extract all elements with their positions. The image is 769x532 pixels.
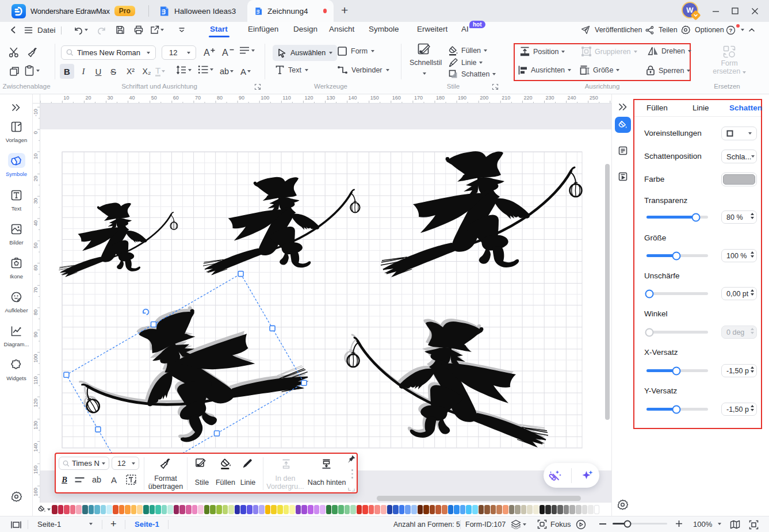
float-to-front-button[interactable] [279, 457, 293, 470]
color-swatch[interactable] [350, 505, 356, 514]
slider-4[interactable] [646, 369, 708, 372]
share-button[interactable]: Teilen [645, 24, 679, 36]
new-tab-button[interactable]: + [341, 3, 348, 17]
color-swatch[interactable] [387, 505, 393, 514]
float-font-family-select[interactable]: Times N [59, 457, 109, 470]
panel-settings-button[interactable] [615, 496, 631, 512]
menu-start[interactable]: Start [209, 25, 229, 33]
color-swatch[interactable] [527, 505, 533, 514]
color-swatch[interactable] [198, 505, 204, 514]
float-textbox-button[interactable] [124, 473, 138, 486]
color-swatch[interactable] [588, 505, 594, 514]
color-swatch[interactable] [155, 505, 161, 514]
color-swatch[interactable] [411, 505, 417, 514]
maximize-button[interactable] [725, 0, 745, 22]
color-swatch[interactable] [423, 505, 429, 514]
vertical-scrollbar[interactable] [605, 164, 610, 420]
presentation-mode-button[interactable] [10, 519, 22, 530]
line-spacing-button[interactable] [176, 65, 192, 75]
panel-tab-linie[interactable]: Linie [693, 104, 709, 112]
palette-fill-button[interactable] [37, 505, 51, 514]
color-swatch[interactable] [174, 505, 179, 514]
collapse-panel-button[interactable] [615, 99, 631, 115]
bullet-list-button[interactable] [198, 65, 213, 74]
spin-5[interactable]: -1,50 p [721, 403, 757, 416]
spin-down-arrow[interactable] [751, 332, 754, 334]
selection-handle[interactable] [270, 326, 275, 331]
slider-0[interactable] [646, 216, 708, 219]
color-swatch[interactable] [491, 505, 496, 514]
color-swatch[interactable] [301, 505, 307, 514]
color-swatch[interactable] [496, 505, 502, 514]
menu-ansicht[interactable]: Ansicht [328, 25, 355, 33]
size-button[interactable]: Größe [579, 65, 619, 75]
font-size-select[interactable]: 12 [162, 45, 196, 60]
color-swatch[interactable] [271, 505, 277, 514]
color-swatch[interactable] [204, 505, 210, 514]
menu-design[interactable]: Design [292, 25, 319, 33]
zoom-level[interactable]: 100% [693, 520, 712, 529]
color-swatch[interactable] [235, 505, 240, 514]
options-button[interactable]: Optionen [681, 24, 725, 36]
shadow-color-swatch[interactable] [721, 173, 757, 186]
sidebar-item-diagram[interactable]: Diagram... [0, 323, 33, 347]
color-swatch[interactable] [460, 505, 466, 514]
styles-group-expand-icon[interactable] [492, 83, 499, 91]
ai-magic-wand-button[interactable] [547, 467, 564, 484]
presets-dropdown[interactable] [721, 127, 757, 140]
color-swatch[interactable] [466, 505, 472, 514]
color-swatch[interactable] [113, 505, 118, 514]
menu-erweitert[interactable]: Erweitert [416, 25, 449, 33]
color-swatch[interactable] [509, 505, 515, 514]
color-swatch[interactable] [253, 505, 259, 514]
spin-arrows[interactable] [751, 251, 754, 258]
format-painter-button[interactable] [26, 46, 39, 59]
color-swatch[interactable] [240, 505, 246, 514]
panel-tab-fuellen[interactable]: Füllen [646, 104, 668, 112]
color-swatch[interactable] [484, 505, 490, 514]
drawing-canvas[interactable] [40, 104, 611, 503]
spin-up-arrow[interactable] [751, 405, 754, 407]
color-swatch[interactable] [216, 505, 222, 514]
zoom-slider-knob[interactable] [624, 520, 632, 527]
quick-style-button[interactable]: Schnellstil [410, 43, 439, 77]
sidebar-item-vorlagen[interactable]: Vorlagen [0, 119, 33, 143]
sidebar-item-bilder[interactable]: Bilder [0, 221, 33, 246]
color-swatch[interactable] [503, 505, 508, 514]
color-swatch[interactable] [131, 505, 137, 514]
spin-arrows[interactable] [751, 405, 754, 411]
color-swatch[interactable] [472, 505, 478, 514]
zoom-out-button[interactable] [599, 523, 606, 525]
spin-up-arrow[interactable] [751, 289, 754, 292]
rotate-button[interactable]: Drehen [648, 46, 691, 56]
selection-handle[interactable] [301, 380, 307, 385]
tab-zeichnung4[interactable]: Zeichnung4 [247, 0, 334, 22]
color-swatch[interactable] [64, 505, 70, 514]
menu-symbole[interactable]: Symbole [368, 25, 400, 33]
spin-up-arrow[interactable] [751, 251, 754, 254]
color-swatch[interactable] [582, 505, 588, 514]
subscript-button[interactable]: X₂ [139, 64, 154, 79]
text-case-button[interactable]: A [240, 64, 251, 79]
color-swatch[interactable] [58, 505, 64, 514]
slider-knob[interactable] [672, 366, 681, 375]
play-button[interactable] [575, 519, 587, 530]
slider-3[interactable] [646, 331, 708, 334]
color-swatch[interactable] [119, 505, 125, 514]
color-swatch[interactable] [362, 505, 368, 514]
float-styles-button[interactable] [194, 457, 207, 470]
collapse-ribbon-button[interactable] [746, 24, 757, 36]
color-swatch[interactable] [564, 505, 569, 514]
sidebar-item-symbole[interactable]: Symbole [0, 153, 33, 177]
color-swatch[interactable] [179, 505, 185, 514]
sidebar-item-widgets[interactable]: Widgets [0, 357, 33, 381]
color-swatch[interactable] [167, 505, 173, 514]
paste-button[interactable] [24, 65, 40, 76]
line-style-button[interactable]: Linie [448, 58, 483, 68]
spin-down-arrow[interactable] [751, 409, 754, 411]
slider-1[interactable] [646, 254, 708, 257]
float-resize-corner[interactable] [348, 486, 355, 492]
tab-halloween-ideas[interactable]: Halloween Ideas3 [152, 0, 243, 22]
color-swatch[interactable] [393, 505, 399, 514]
strikethrough-button[interactable]: S [107, 64, 120, 79]
